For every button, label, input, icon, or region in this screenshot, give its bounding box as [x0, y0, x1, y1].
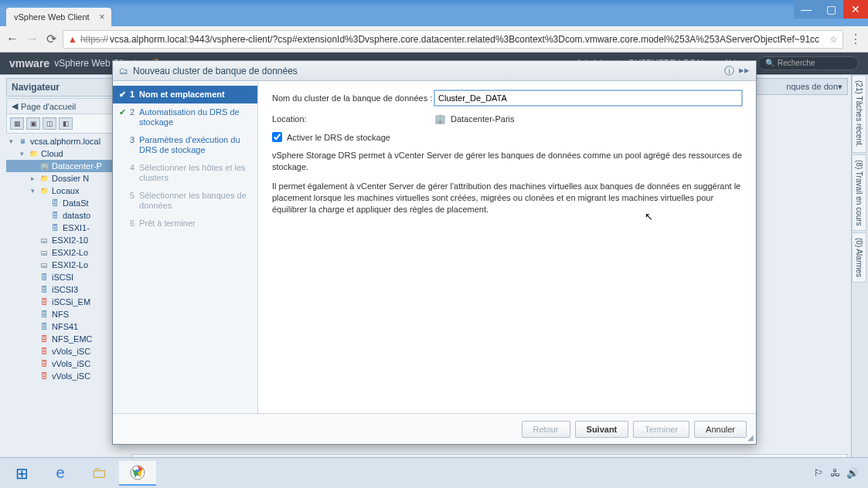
insecure-icon: ▲ [68, 34, 77, 45]
chrome-menu-icon[interactable]: ⋮ [849, 32, 862, 46]
location-value: Datacenter-Paris [451, 114, 515, 124]
expand-icon[interactable]: ▸▸ [739, 64, 750, 78]
tree-node[interactable]: 🗄iSCSI3 [6, 283, 128, 296]
brand-logo: vmware [9, 57, 49, 69]
right-rail-tab[interactable]: (21) Tâches récent. [852, 75, 866, 153]
inventory-tree: ▾🖥vcsa.alphorm.local▾📁Cloud🏢Datacenter-P… [6, 134, 128, 382]
url-text: vcsa.alphorm.local:9443/vsphere-client/?… [110, 34, 819, 45]
tray-flag-icon[interactable]: 🏳 [814, 467, 824, 479]
forward-icon[interactable]: → [26, 32, 39, 46]
tree-node[interactable]: 🖴ESXI2-Lo [6, 246, 128, 259]
close-window-button[interactable]: ✕ [843, 0, 868, 19]
address-bar[interactable]: ▲ https:// vcsa.alphorm.local:9443/vsphe… [63, 30, 843, 49]
tree-node[interactable]: 🖴ESXI2-10 [6, 234, 128, 246]
cluster-name-input[interactable] [434, 90, 742, 106]
global-search[interactable]: 🔍 Recherche [758, 56, 859, 70]
finish-button: Terminer [633, 421, 689, 438]
wizard-step[interactable]: 3Paramètres d'exécution du DRS de stocka… [113, 131, 257, 159]
wizard-step[interactable]: ✔1Nom et emplacement [113, 86, 257, 103]
storage-view-icon[interactable]: ◫ [43, 117, 56, 130]
tree-node[interactable]: 🗄iSCSI [6, 271, 128, 283]
tree-node[interactable]: ▾📁Cloud [6, 147, 128, 160]
tree-node[interactable]: 🗄ESXI1- [6, 222, 128, 234]
tree-node[interactable]: 🗄datasto [6, 209, 128, 222]
home-breadcrumb[interactable]: ◀ Page d'accueil [6, 98, 128, 114]
tree-node[interactable]: ▾🖥vcsa.alphorm.local [6, 135, 128, 147]
network-view-icon[interactable]: ◧ [59, 117, 73, 130]
tray-network-icon[interactable]: 🖧 [830, 467, 840, 479]
modal-title: Nouveau cluster de banque de données [133, 66, 298, 76]
tree-node[interactable]: 🗄NFS41 [6, 320, 128, 333]
ie-icon[interactable]: e [42, 461, 79, 486]
tree-node[interactable]: 🖴ESXI2-Lo [6, 259, 128, 271]
wizard-icon: 🗂 [119, 66, 128, 76]
tab-selected[interactable]: nques de don [786, 82, 838, 91]
close-icon[interactable]: × [100, 12, 105, 22]
back-icon[interactable]: ← [6, 32, 19, 46]
reload-icon[interactable]: ⟳ [46, 32, 56, 46]
tree-node[interactable]: 🗄vVols_iSC [6, 358, 128, 370]
navigator-title: Navigateur [6, 78, 128, 97]
resize-grip-icon[interactable]: ◢ [747, 433, 754, 442]
tree-node[interactable]: 🗄iSCSi_EM [6, 296, 128, 308]
right-rail: (21) Tâches récent.(8) Travail en cours(… [851, 75, 868, 476]
vm-view-icon[interactable]: ▣ [26, 117, 40, 130]
name-label: Nom du cluster de la banque de données : [272, 93, 434, 103]
tree-node[interactable]: 🗄DataSt [6, 197, 128, 209]
tree-node[interactable]: ▾📁Locaux [6, 185, 128, 197]
url-protocol: https:// [80, 34, 108, 45]
browser-tab[interactable]: vSphere Web Client × [6, 8, 111, 26]
enable-storage-drs-checkbox[interactable] [272, 132, 282, 142]
tray-sound-icon[interactable]: 🔊 [846, 467, 859, 479]
new-datastore-cluster-wizard: 🗂 Nouveau cluster de banque de données ⓘ… [112, 60, 757, 445]
explorer-icon[interactable]: 🗀 [80, 461, 117, 486]
cancel-button[interactable]: Annuler [694, 421, 747, 438]
wizard-steps: ✔1Nom et emplacement✔2Automatisation du … [113, 81, 258, 413]
inventory-view-switcher[interactable]: ▦ ▣ ◫ ◧ [6, 114, 128, 134]
tree-node[interactable]: 🗄NFS_EMC [6, 333, 128, 345]
datacenter-icon: 🏢 [434, 114, 446, 124]
description-1: vSphere Storage DRS permet à vCenter Ser… [272, 150, 742, 173]
description-2: Il permet également à vCenter Server de … [272, 181, 742, 215]
hosts-view-icon[interactable]: ▦ [10, 117, 24, 130]
location-label: Location: [272, 114, 434, 124]
wizard-step: 4Sélectionner les hôtes et les clusters [113, 159, 257, 187]
chrome-icon[interactable] [119, 461, 156, 486]
tab-title: vSphere Web Client [14, 12, 90, 22]
tree-node[interactable]: 🗄NFS [6, 308, 128, 320]
wizard-step: 5Sélectionner les banques de données [113, 187, 257, 215]
tree-node[interactable]: 🗄vVols_iSC [6, 345, 128, 358]
right-rail-tab[interactable]: (8) Travail en cours [852, 154, 866, 232]
taskbar: ⊞ e 🗀 🏳 🖧 🔊 [0, 457, 868, 488]
tree-node[interactable]: 🏢Datacenter-P [6, 160, 128, 172]
right-rail-tab[interactable]: (0) Alarmes [852, 232, 866, 283]
tree-node[interactable]: 🗄vVols_iSC [6, 370, 128, 382]
tree-node[interactable]: ▸📁Dossier N [6, 172, 128, 185]
help-icon[interactable]: ⓘ [724, 64, 734, 78]
back-button: Retour [522, 421, 570, 438]
start-button[interactable]: ⊞ [3, 461, 40, 486]
enable-storage-drs-label: Activer le DRS de stockage [287, 133, 390, 142]
wizard-step: 6Prêt à terminer [113, 215, 257, 232]
bookmark-icon[interactable]: ☆ [829, 34, 838, 45]
next-button[interactable]: Suivant [575, 421, 629, 438]
minimize-button[interactable]: — [794, 0, 819, 19]
wizard-step[interactable]: ✔2Automatisation du DRS de stockage [113, 103, 257, 131]
maximize-button[interactable]: ▢ [819, 0, 843, 19]
